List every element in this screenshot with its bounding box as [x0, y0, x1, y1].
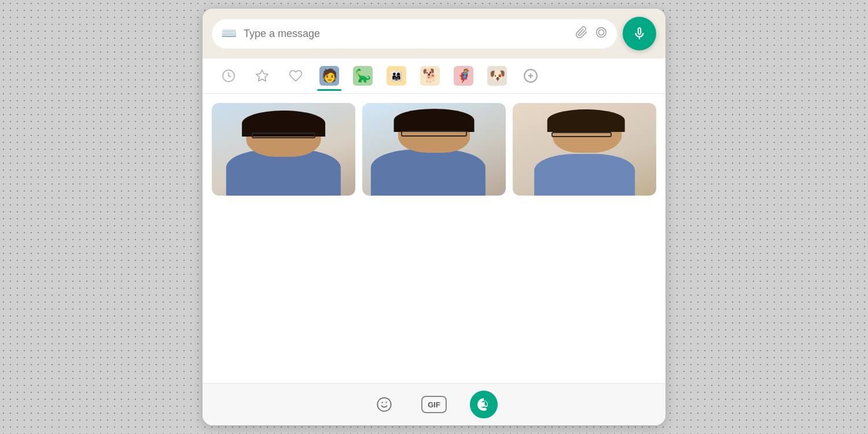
- svg-marker-1: [256, 70, 268, 81]
- sticker-grid: [203, 94, 665, 383]
- category-dog[interactable]: 🐕: [413, 61, 447, 91]
- category-person[interactable]: 🧑: [312, 61, 346, 91]
- category-bar: 🧑 🦕 👨‍👩‍👧 🐕: [203, 58, 665, 94]
- category-dino[interactable]: 🦕: [346, 61, 380, 91]
- input-bar: ⌨️: [203, 9, 665, 58]
- sticker-panel: 🧑 🦕 👨‍👩‍👧 🐕: [203, 58, 665, 425]
- sticker-item-1[interactable]: [212, 103, 355, 196]
- sticker-item-3[interactable]: [513, 103, 656, 196]
- svg-point-5: [377, 398, 391, 411]
- input-wrapper: ⌨️: [212, 19, 617, 49]
- keyboard-icon[interactable]: ⌨️: [221, 26, 237, 41]
- sticker-item-2[interactable]: [362, 103, 506, 196]
- sticker-tab[interactable]: [470, 391, 498, 418]
- chat-container: ⌨️: [203, 9, 665, 425]
- category-superhero[interactable]: 🦸: [447, 61, 480, 91]
- category-dog2[interactable]: 🐶: [480, 61, 514, 91]
- category-family[interactable]: 👨‍👩‍👧: [380, 61, 413, 91]
- category-add[interactable]: [514, 61, 547, 91]
- paperclip-icon[interactable]: [575, 26, 588, 42]
- message-input[interactable]: [244, 28, 568, 40]
- mic-button[interactable]: [623, 17, 656, 50]
- bottom-tabs: GIF: [203, 383, 665, 425]
- category-recent[interactable]: [212, 61, 245, 91]
- gif-tab[interactable]: GIF: [421, 396, 447, 413]
- category-favorites[interactable]: [245, 61, 279, 91]
- camera-icon[interactable]: [595, 26, 608, 42]
- emoji-tab[interactable]: [370, 391, 398, 418]
- category-liked[interactable]: [279, 61, 312, 91]
